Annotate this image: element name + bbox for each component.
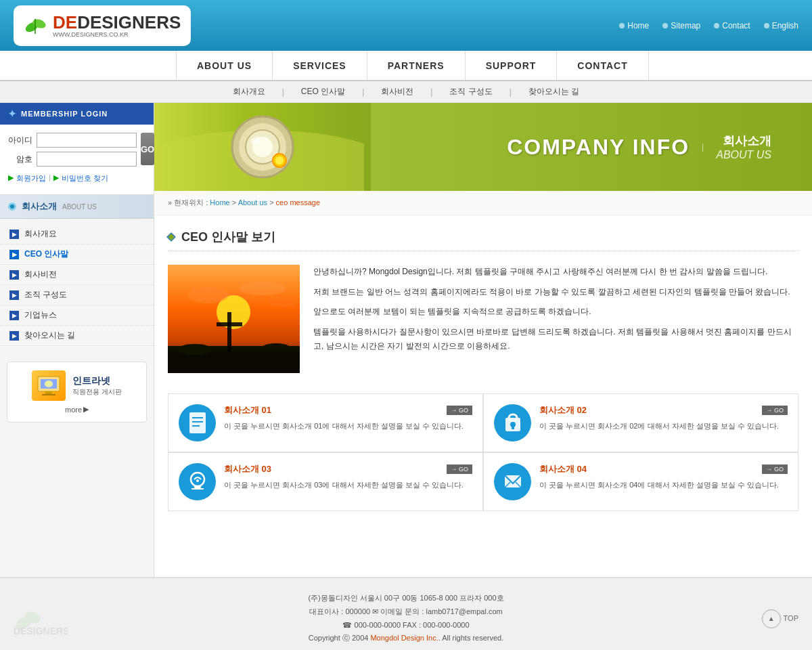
info-box-2-desc: 이 곳을 누르시면 회사소개 02에 대해서 자세한 설명을 보실 수 있습니다…: [539, 420, 788, 433]
info-box-2-content: 회사소개 02 → GO 이 곳을 누르시면 회사소개 02에 대해서 자세한 …: [539, 404, 788, 433]
section-title-icon: [166, 232, 176, 242]
breadcrumb-prefix: » 현재위치 :: [168, 198, 208, 207]
join-arrow-icon: ▶: [8, 173, 14, 183]
findpw-arrow-icon: ▶: [53, 173, 59, 183]
banner-car-image: [154, 103, 371, 191]
sidebar-item-org[interactable]: ▶ 조직 구성도: [0, 285, 154, 305]
info-box-3-title: 회사소개 03: [224, 463, 271, 475]
intranet-more-link[interactable]: more ▶: [65, 405, 89, 414]
sidebar-item-vision[interactable]: ▶ 회사비전: [0, 265, 154, 285]
intranet-box[interactable]: 인트라넷 직원전용 게시판 more ▶: [7, 362, 147, 422]
top-circle-icon: ▲: [762, 609, 781, 628]
nav-contact-main[interactable]: CONTACT: [557, 51, 648, 80]
info-box-4-content: 회사소개 04 → GO 이 곳을 누르시면 회사소개 04에 대해서 자세한 …: [539, 463, 788, 492]
breadcrumb-home[interactable]: Home: [210, 198, 229, 207]
content-wrapper: ✦ MEMBERSHIP LOGIN 아이디 암호 GO ▶: [0, 103, 812, 577]
content-body: CEO 인사말 보기: [154, 215, 812, 525]
find-pw-link[interactable]: 비밀번호 찾기: [62, 173, 108, 183]
nav-english[interactable]: English: [764, 21, 798, 30]
banner-pipe: |: [702, 142, 704, 152]
intranet-subtitle: 직원전용 게시판: [72, 387, 122, 397]
info-box-3-content: 회사소개 03 → GO 이 곳을 누르시면 회사소개 03에 대해서 자세한 …: [224, 463, 472, 492]
logo[interactable]: DEDESIGNERS WWW.DESIGNERS.CO.KR: [14, 5, 191, 46]
sidebar-dot-icon: [8, 202, 16, 211]
intranet-title: 인트라넷: [72, 374, 122, 388]
svg-text:DESIGNERS: DESIGNERS: [14, 626, 68, 636]
section-title: CEO 인사말 보기: [168, 229, 798, 251]
sidebar-item-company[interactable]: ▶ 회사개요: [0, 224, 154, 244]
main-nav: ABOUT US SERVICES PARTNERS SUPPORT CONTA…: [0, 51, 812, 81]
info-box-4-header: 회사소개 04 → GO: [539, 463, 788, 475]
info-box-2-icon: [494, 404, 531, 441]
svg-point-36: [196, 479, 199, 482]
footer-phone: ☎ 000-000-0000 FAX : 000-000-0000: [14, 619, 798, 632]
top-button[interactable]: ▲ TOP: [762, 609, 798, 628]
svg-point-18: [188, 287, 229, 303]
banner-sub-text: ABOUT US: [716, 149, 771, 161]
logo-text: DEDESIGNERS WWW.DESIGNERS.CO.KR: [53, 14, 181, 38]
info-box-3[interactable]: 회사소개 03 → GO 이 곳을 누르시면 회사소개 03에 대해서 자세한 …: [168, 453, 482, 511]
star-icon: ✦: [8, 108, 17, 119]
intranet-icon: [32, 370, 66, 401]
info-box-4-icon: [494, 463, 531, 500]
info-box-4-go[interactable]: → GO: [762, 464, 788, 474]
banner-kr-text: 회사소개: [716, 133, 771, 149]
nav-services[interactable]: SERVICES: [273, 51, 367, 80]
footer-company-link[interactable]: Mongdol Design Inc.: [370, 634, 438, 642]
nav-sitemap[interactable]: Sitemap: [662, 21, 700, 30]
logo-brand: DEDESIGNERS: [53, 14, 181, 31]
ceo-sunset-image: [168, 265, 300, 373]
svg-rect-27: [189, 412, 206, 433]
banner-title: COMPANY INFO | 회사소개 ABOUT US: [507, 133, 771, 161]
svg-point-25: [178, 344, 212, 355]
info-box-2-title: 회사소개 02: [539, 404, 587, 416]
submenu-item-4[interactable]: 조직 구성도: [443, 86, 499, 98]
info-box-2-go[interactable]: → GO: [762, 406, 788, 415]
info-box-2[interactable]: 회사소개 02 → GO 이 곳을 누르시면 회사소개 02에 대해서 자세한 …: [484, 394, 798, 452]
info-box-1-title: 회사소개 01: [224, 404, 271, 416]
sidebar-section-title: 회사소개 ABOUT US: [0, 195, 154, 219]
sidebar-item-directions[interactable]: ▶ 찾아오시는 길: [0, 326, 154, 346]
svg-point-7: [45, 381, 53, 387]
nav-home[interactable]: Home: [619, 21, 649, 30]
svg-point-14: [275, 156, 284, 165]
sidebar-section-sub: ABOUT US: [62, 203, 97, 211]
login-form: 아이디 암호 GO ▶ 회원가입 | ▶ 비밀번호 찾기: [0, 125, 154, 195]
svg-point-26: [263, 343, 290, 351]
header-top: DEDESIGNERS WWW.DESIGNERS.CO.KR Home Sit…: [0, 0, 812, 51]
info-box-1-icon: [179, 404, 216, 441]
breadcrumb-about[interactable]: About us: [238, 198, 267, 207]
ceo-text-4: 템플릿을 사용하시다가 질문사항이 있으시면 바로바로 답변해 드리도록 하겠습…: [313, 325, 798, 354]
info-box-1[interactable]: 회사소개 01 → GO 이 곳을 누르시면 회사소개 01에 대해서 자세한 …: [168, 394, 482, 452]
login-go-button[interactable]: GO: [141, 133, 154, 165]
svg-rect-34: [512, 426, 514, 429]
info-box-4[interactable]: 회사소개 04 → GO 이 곳을 누르시면 회사소개 04에 대해서 자세한 …: [484, 453, 798, 511]
main-content: » 현재위치 : Home > About us > ceo message C…: [154, 191, 812, 577]
nav-partners[interactable]: PARTNERS: [367, 51, 466, 80]
submenu-item-2[interactable]: CEO 인사말: [294, 86, 352, 98]
info-box-1-content: 회사소개 01 → GO 이 곳을 누르시면 회사소개 01에 대해서 자세한 …: [224, 404, 472, 433]
nav-contact[interactable]: Contact: [714, 21, 750, 30]
info-box-1-go[interactable]: → GO: [447, 406, 472, 415]
submenu-item-5[interactable]: 찾아오시는 길: [522, 86, 586, 98]
info-box-3-go[interactable]: → GO: [447, 464, 472, 474]
submenu-item-1[interactable]: 회사개요: [226, 86, 272, 98]
header-nav-top: Home Sitemap Contact English: [619, 21, 798, 30]
info-box-1-header: 회사소개 01 → GO: [224, 404, 472, 416]
id-label: 아이디: [8, 135, 32, 146]
info-box-3-desc: 이 곳을 누르시면 회사소개 03에 대해서 자세한 설명을 보실 수 있습니다…: [224, 479, 472, 492]
nav-about-us[interactable]: ABOUT US: [176, 51, 273, 80]
id-input[interactable]: [37, 133, 137, 148]
sidebar-item-news[interactable]: ▶ 기업뉴스: [0, 305, 154, 326]
ceo-text-content: 안녕하십니까? Mongdol Design입니다. 저희 템플릿을 구매해 주…: [313, 265, 798, 373]
join-link[interactable]: 회원가입: [16, 173, 46, 183]
logo-url: WWW.DESIGNERS.CO.KR: [53, 31, 181, 38]
pw-input[interactable]: [37, 152, 137, 167]
nav-support[interactable]: SUPPORT: [466, 51, 558, 80]
submenu-item-3[interactable]: 회사비전: [374, 86, 420, 98]
info-box-1-desc: 이 곳을 누르시면 회사소개 01에 대해서 자세한 설명을 보실 수 있습니다…: [224, 420, 472, 433]
menu-arrow-icon-6: ▶: [9, 331, 19, 341]
membership-header: ✦ MEMBERSHIP LOGIN: [0, 103, 154, 125]
sidebar-menu: ▶ 회사개요 ▶ CEO 인사말 ▶ 회사비전 ▶ 조직 구성도 ▶ 기업뉴스 …: [0, 219, 154, 351]
sidebar-item-ceo[interactable]: ▶ CEO 인사말: [0, 244, 154, 265]
